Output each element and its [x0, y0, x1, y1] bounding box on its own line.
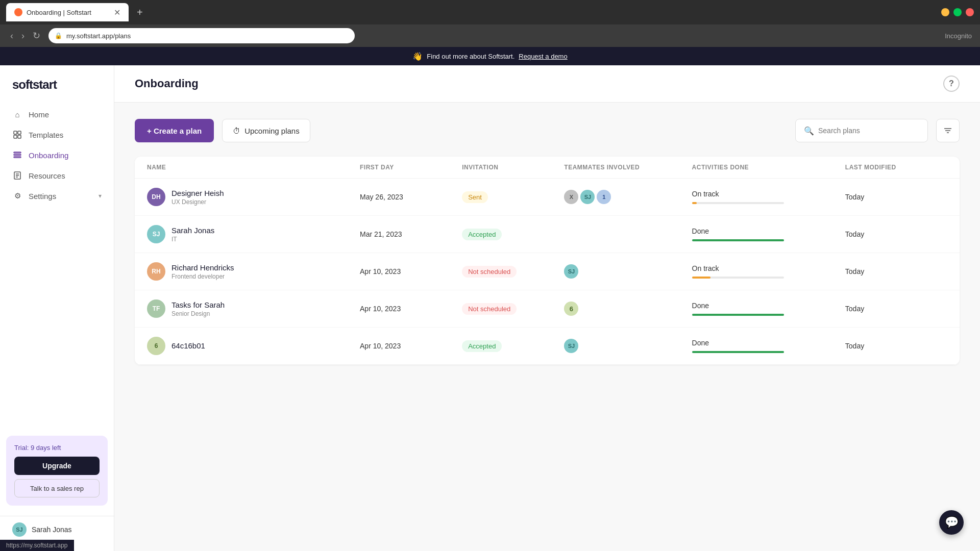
plan-name-cell: DH Designer Heish UX Designer	[147, 188, 360, 206]
page-title: Onboarding	[135, 77, 199, 90]
activity-bar	[692, 351, 784, 353]
teammates-cell: SJ	[564, 339, 692, 353]
activity-label: On track	[692, 190, 845, 198]
svg-rect-6	[14, 157, 21, 158]
header-right: ?	[943, 76, 960, 92]
first-day-cell: Mar 21, 2023	[360, 230, 462, 238]
search-box[interactable]: 🔍	[795, 119, 928, 142]
svg-rect-4	[14, 152, 21, 153]
invitation-badge: Not scheduled	[462, 303, 517, 315]
plan-subtitle: Frontend developer	[172, 273, 234, 280]
table-row[interactable]: 6 64c16b01 Apr 10, 2023 Accepted SJ	[135, 328, 960, 365]
table-row[interactable]: DH Designer Heish UX Designer May 26, 20…	[135, 179, 960, 216]
activity-bar	[692, 202, 697, 204]
sidebar-item-templates[interactable]: Templates	[0, 124, 114, 145]
tab-favicon	[14, 8, 22, 16]
svg-rect-1	[18, 131, 21, 134]
plan-subtitle: Senior Design	[172, 310, 225, 317]
plan-name: 64c16b01	[172, 341, 205, 350]
plan-name-cell: TF Tasks for Sarah Senior Design	[147, 299, 360, 318]
sidebar-item-resources[interactable]: Resources	[0, 165, 114, 186]
maximize-button[interactable]	[953, 8, 962, 16]
table-row[interactable]: SJ Sarah Jonas IT Mar 21, 2023 Accepted …	[135, 216, 960, 253]
lock-icon: 🔒	[55, 32, 62, 39]
app-logo: softstart	[0, 73, 114, 104]
plan-info: Designer Heish UX Designer	[172, 189, 224, 206]
upcoming-plans-button[interactable]: ⏱ Upcoming plans	[222, 119, 310, 142]
close-button[interactable]	[966, 8, 974, 16]
invitation-badge: Sent	[462, 191, 488, 203]
table-row[interactable]: RH Richard Hendricks Frontend developer …	[135, 253, 960, 290]
user-row[interactable]: SJ Sarah Jonas	[0, 516, 114, 543]
refresh-button[interactable]: ↻	[31, 28, 42, 43]
sales-button[interactable]: Talk to a sales rep	[14, 479, 100, 497]
activities-cell: Done	[692, 227, 845, 241]
plan-name: Sarah Jonas	[172, 226, 214, 235]
activities-cell: On track	[692, 264, 845, 279]
activity-label: Done	[692, 227, 845, 235]
plan-avatar: 6	[147, 337, 165, 355]
new-tab-button[interactable]: +	[133, 5, 147, 20]
plan-name: Richard Hendricks	[172, 263, 234, 272]
address-input[interactable]: 🔒 my.softstart.app/plans	[48, 28, 355, 43]
plan-name-cell: SJ Sarah Jonas IT	[147, 225, 360, 243]
main-header: Onboarding ?	[114, 65, 980, 103]
teammate-avatar: SJ	[564, 264, 578, 279]
plan-info: Tasks for Sarah Senior Design	[172, 300, 225, 317]
user-name: Sarah Jonas	[32, 525, 72, 534]
plans-toolbar: + Create a plan ⏱ Upcoming plans 🔍	[135, 119, 960, 142]
activity-label: Done	[692, 302, 845, 310]
teammate-avatar: SJ	[580, 190, 595, 204]
teammates-cell: X SJ 1	[564, 190, 692, 204]
plan-name-cell: 6 64c16b01	[147, 337, 360, 355]
plan-subtitle: IT	[172, 236, 214, 243]
invitation-cell: Not scheduled	[462, 303, 564, 315]
invitation-badge: Accepted	[462, 229, 502, 240]
activities-cell: Done	[692, 302, 845, 316]
svg-rect-3	[18, 135, 21, 138]
invitation-cell: Accepted	[462, 229, 564, 240]
upcoming-label: Upcoming plans	[244, 127, 300, 135]
first-day-cell: Apr 10, 2023	[360, 267, 462, 276]
activity-label: Done	[692, 339, 845, 347]
banner-link[interactable]: Request a demo	[519, 53, 567, 60]
activity-bar	[692, 239, 784, 241]
incognito-label: Incognito	[945, 32, 972, 40]
table-row[interactable]: TF Tasks for Sarah Senior Design Apr 10,…	[135, 290, 960, 328]
status-bar: https://my.softstart.app	[0, 540, 74, 551]
chat-icon: 💬	[945, 516, 959, 529]
col-invitation: INVITATION	[462, 164, 564, 171]
sidebar-item-settings[interactable]: ⚙ Settings ▾	[0, 186, 114, 206]
search-input[interactable]	[818, 127, 919, 135]
back-button[interactable]: ‹	[8, 29, 15, 43]
activity-bar	[692, 314, 784, 316]
sidebar-item-settings-label: Settings	[29, 192, 56, 201]
nav-buttons: ‹ › ↻	[8, 28, 42, 43]
sidebar-item-templates-label: Templates	[29, 131, 63, 139]
browser-tab[interactable]: Onboarding | Softstart ✕	[6, 3, 129, 21]
upgrade-button[interactable]: Upgrade	[14, 457, 100, 475]
banner-text: Find out more about Softstart.	[427, 53, 514, 60]
upcoming-icon: ⏱	[233, 127, 240, 135]
help-button[interactable]: ?	[943, 76, 960, 92]
col-first-day: FIRST DAY	[360, 164, 462, 171]
plans-area: + Create a plan ⏱ Upcoming plans 🔍	[114, 103, 980, 381]
invitation-badge: Accepted	[462, 340, 502, 352]
create-plan-button[interactable]: + Create a plan	[135, 119, 214, 142]
first-day-cell: May 26, 2023	[360, 193, 462, 201]
activity-label: On track	[692, 264, 845, 272]
svg-rect-5	[14, 155, 21, 156]
minimize-button[interactable]	[941, 8, 949, 16]
last-modified-cell: Today	[845, 305, 947, 313]
sidebar: softstart ⌂ Home Templates	[0, 65, 114, 551]
teammates-cell: 6	[564, 302, 692, 316]
forward-button[interactable]: ›	[19, 29, 27, 43]
sidebar-item-onboarding-label: Onboarding	[29, 151, 68, 160]
chat-fab-button[interactable]: 💬	[939, 510, 964, 535]
announcement-banner: 👋 Find out more about Softstart. Request…	[0, 47, 980, 65]
sidebar-item-onboarding[interactable]: Onboarding	[0, 145, 114, 165]
tab-close-button[interactable]: ✕	[114, 8, 120, 17]
activity-bar-bg	[692, 202, 784, 204]
sidebar-item-home[interactable]: ⌂ Home	[0, 104, 114, 124]
filter-button[interactable]	[936, 119, 960, 142]
